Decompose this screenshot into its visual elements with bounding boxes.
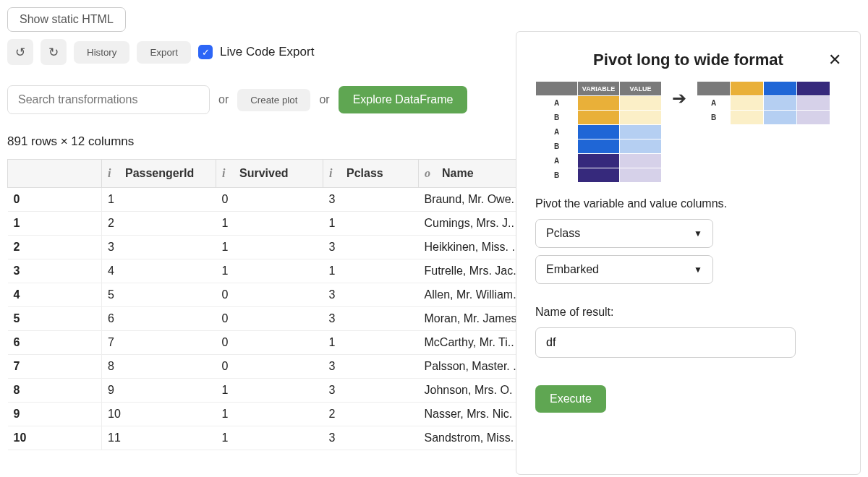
cell-pclass: 3 [323, 379, 419, 403]
result-name-input[interactable] [535, 327, 796, 358]
live-code-export-label: Live Code Export [220, 45, 314, 59]
table-row[interactable]: 2313Heikkinen, Miss. . [8, 236, 520, 259]
cell-name: Braund, Mr. Owe. [419, 188, 520, 212]
cell-survived: 1 [216, 403, 323, 426]
cell-survived: 1 [216, 426, 323, 450]
row-index: 2 [8, 236, 102, 259]
cell-survived: 1 [216, 379, 323, 403]
cell-name: McCarthy, Mr. Ti.. [419, 331, 520, 355]
table-row[interactable]: 4503Allen, Mr. William. [8, 283, 520, 307]
row-index: 9 [8, 403, 102, 426]
cell-passengerid: 3 [102, 236, 216, 259]
history-button[interactable]: History [74, 41, 129, 64]
cell-passengerid: 2 [102, 212, 216, 236]
cell-passengerid: 4 [102, 259, 216, 283]
cell-name: Palsson, Master. . [419, 355, 520, 379]
row-index: 8 [8, 379, 102, 403]
pivot-panel: Pivot long to wide format ✕ VARIABLEVALU… [516, 31, 861, 475]
table-row[interactable]: 3411Futrelle, Mrs. Jac. [8, 259, 520, 283]
cell-pclass: 3 [323, 355, 419, 379]
cell-name: Moran, Mr. James [419, 307, 520, 331]
cell-passengerid: 7 [102, 331, 216, 355]
cell-survived: 0 [216, 307, 323, 331]
export-button[interactable]: Export [137, 41, 191, 64]
redo-icon: ↻ [48, 46, 59, 59]
col-pclass-header[interactable]: iPclass [323, 160, 419, 188]
col-passengerid-header[interactable]: iPassengerId [102, 160, 216, 188]
index-header[interactable] [8, 160, 102, 188]
table-row[interactable]: 5603Moran, Mr. James [8, 307, 520, 331]
table-row[interactable]: 6701McCarthy, Mr. Ti.. [8, 331, 520, 355]
or-text-2: or [319, 93, 329, 106]
data-table: iPassengerId iSurvived iPclass oName 010… [7, 159, 520, 450]
cell-survived: 1 [216, 236, 323, 259]
col-name-header[interactable]: oName [419, 160, 520, 188]
cell-survived: 1 [216, 212, 323, 236]
cell-name: Cumings, Mrs. J.. [419, 212, 520, 236]
cell-pclass: 3 [323, 188, 419, 212]
row-index: 6 [8, 331, 102, 355]
cell-pclass: 1 [323, 212, 419, 236]
close-panel-button[interactable]: ✕ [824, 51, 841, 69]
check-icon: ✓ [202, 47, 210, 58]
table-row[interactable]: 1211Cumings, Mrs. J.. [8, 212, 520, 236]
table-row[interactable]: 8913Johnson, Mrs. O. [8, 379, 520, 403]
chevron-down-icon: ▼ [694, 228, 702, 239]
cell-passengerid: 9 [102, 379, 216, 403]
cell-survived: 0 [216, 355, 323, 379]
cell-pclass: 1 [323, 259, 419, 283]
wide-format-diagram: A B [697, 81, 830, 125]
variable-column-select[interactable]: Pclass ▼ [535, 219, 713, 248]
row-index: 0 [8, 188, 102, 212]
cell-passengerid: 10 [102, 403, 216, 426]
cell-name: Allen, Mr. William. [419, 283, 520, 307]
cell-name: Nasser, Mrs. Nic. [419, 403, 520, 426]
cell-survived: 0 [216, 188, 323, 212]
cell-name: Heikkinen, Miss. . [419, 236, 520, 259]
row-index: 7 [8, 355, 102, 379]
table-row[interactable]: 7803Palsson, Master. . [8, 355, 520, 379]
cell-survived: 0 [216, 283, 323, 307]
search-transformations-input[interactable] [7, 85, 210, 114]
table-row[interactable]: 101113Sandstrom, Miss. [8, 426, 520, 450]
row-index: 4 [8, 283, 102, 307]
cell-passengerid: 6 [102, 307, 216, 331]
object-type-icon: o [425, 167, 438, 180]
int-type-icon: i [329, 167, 342, 180]
cell-passengerid: 11 [102, 426, 216, 450]
table-row[interactable]: 91012Nasser, Mrs. Nic. [8, 403, 520, 426]
chevron-down-icon: ▼ [694, 265, 702, 275]
name-of-result-label: Name of result: [535, 306, 841, 319]
explore-dataframe-button[interactable]: Explore DataFrame [339, 86, 468, 113]
cell-passengerid: 1 [102, 188, 216, 212]
cell-survived: 1 [216, 259, 323, 283]
redo-button[interactable]: ↻ [41, 39, 67, 65]
create-plot-button[interactable]: Create plot [237, 89, 310, 111]
arrow-right-icon: ➔ [672, 88, 686, 108]
value-column-select[interactable]: Embarked ▼ [535, 255, 713, 284]
row-index: 10 [8, 426, 102, 450]
col-survived-header[interactable]: iSurvived [216, 160, 323, 188]
cell-name: Sandstrom, Miss. [419, 426, 520, 450]
long-format-diagram: VARIABLEVALUE A B A B A B [535, 81, 662, 183]
pivot-instruction: Pivot the variable and value columns. [535, 197, 841, 210]
int-type-icon: i [222, 167, 235, 180]
panel-title: Pivot long to wide format [553, 51, 824, 69]
cell-name: Johnson, Mrs. O. [419, 379, 520, 403]
cell-pclass: 2 [323, 403, 419, 426]
cell-passengerid: 5 [102, 283, 216, 307]
row-index: 3 [8, 259, 102, 283]
undo-icon: ↺ [15, 46, 25, 59]
live-code-export-checkbox[interactable]: ✓ [198, 45, 213, 59]
table-row[interactable]: 0103Braund, Mr. Owe. [8, 188, 520, 212]
cell-pclass: 3 [323, 426, 419, 450]
undo-button[interactable]: ↺ [7, 39, 33, 65]
cell-pclass: 1 [323, 331, 419, 355]
pivot-diagram: VARIABLEVALUE A B A B A B ➔ A B [535, 81, 841, 183]
execute-button[interactable]: Execute [535, 385, 606, 413]
show-static-html-button[interactable]: Show static HTML [7, 7, 126, 32]
cell-pclass: 3 [323, 283, 419, 307]
close-icon: ✕ [828, 51, 841, 69]
cell-pclass: 3 [323, 236, 419, 259]
cell-passengerid: 8 [102, 355, 216, 379]
